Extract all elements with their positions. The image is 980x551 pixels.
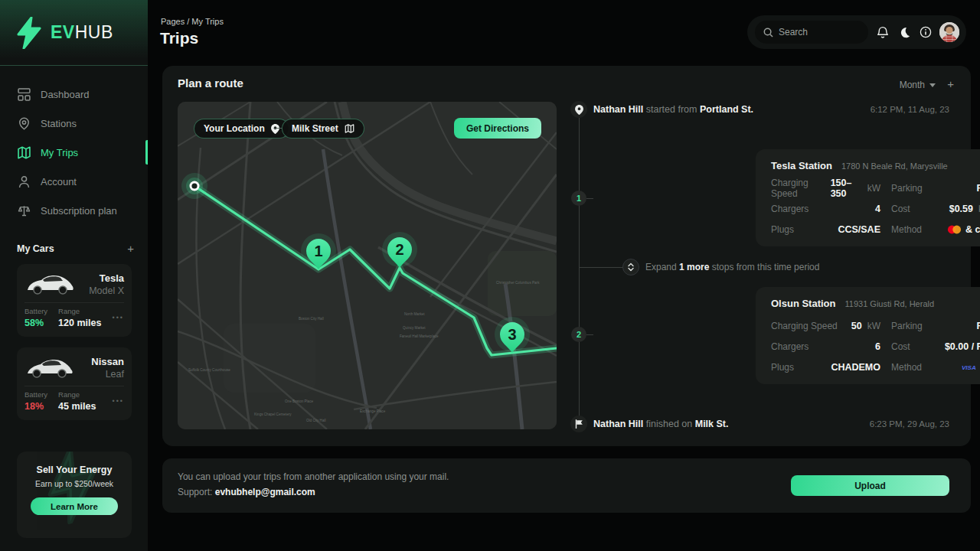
car-model: Model X (75, 285, 124, 296)
info-icon (920, 26, 932, 38)
learn-more-button[interactable]: Learn More (31, 497, 118, 515)
car-image (24, 271, 75, 297)
avatar[interactable] (939, 22, 959, 42)
cost-label: Cost (891, 204, 910, 214)
support-email[interactable]: evhubhelp@gmail.com (215, 487, 315, 497)
trip-start-time: 6:12 PM, 11 Aug, 23 (871, 105, 949, 114)
get-directions-button[interactable]: Get Directions (454, 118, 541, 139)
plugs-label: Plugs (771, 362, 794, 373)
trip-finish-time: 6:23 PM, 29 Aug, 23 (870, 419, 949, 429)
sidebar-item-label: Dashboard (41, 89, 90, 100)
trip-action: finished on (646, 419, 692, 429)
expand-connector (579, 267, 623, 268)
cost-label: Cost (891, 341, 910, 352)
method-value: & cash (947, 224, 980, 235)
charging-speed-label: Charging Speed (771, 321, 838, 331)
chargers-label: Chargers (771, 204, 808, 214)
sidebar-item-label: Account (41, 176, 77, 187)
car-menu-button[interactable]: ••• (113, 397, 124, 405)
battery-label: Battery (24, 390, 47, 399)
map-pin-icon (18, 117, 31, 130)
expand-stops-button[interactable] (622, 259, 639, 276)
plugs-value: CHADEMO (831, 362, 880, 373)
map-icon (18, 146, 31, 159)
period-dropdown[interactable]: Month (900, 80, 936, 90)
car-menu-button[interactable]: ••• (113, 314, 124, 321)
charging-speed-value: 150–350kW (831, 178, 880, 199)
moon-icon (899, 27, 910, 38)
origin-label: Your Location (204, 123, 265, 134)
pill-connector (274, 128, 282, 129)
map-label: Exchange Place (360, 409, 386, 413)
upload-button[interactable]: Upload (791, 475, 949, 496)
notifications-button[interactable] (872, 21, 893, 43)
route-map[interactable]: Boston City Hall North Market Quincy Mar… (178, 102, 557, 429)
expand-stops-label[interactable]: Expand 1 more stops from this time perio… (645, 262, 819, 272)
method-label: Method (891, 362, 922, 373)
map-icon (345, 124, 354, 133)
badge-connector (586, 334, 593, 335)
trip-start-text: Nathan Hill started from Portland St. (593, 104, 753, 115)
visa-icon: VISA (962, 364, 978, 371)
parking-value: Free (977, 321, 980, 331)
trip-person: Nathan Hill (593, 419, 643, 429)
method-value: VISA (962, 363, 980, 372)
map-label: Old City Hall (306, 419, 326, 422)
topbar-actions (747, 15, 966, 49)
car-image (24, 354, 75, 380)
add-car-button[interactable]: + (127, 242, 134, 255)
dark-mode-toggle[interactable] (893, 21, 915, 43)
sidebar-item-dashboard[interactable]: Dashboard (0, 80, 148, 109)
trip-action: started from (646, 104, 697, 115)
brand-name: EVHUB (51, 22, 113, 43)
range-label: Range (58, 390, 96, 399)
period-label: Month (900, 80, 925, 90)
upload-panel: You can upload your trips from another a… (162, 458, 971, 513)
sidebar-item-stations[interactable]: Stations (0, 109, 148, 138)
range-label: Range (58, 307, 101, 315)
sidebar-item-label: Subscription plan (41, 205, 117, 217)
search-input[interactable] (779, 27, 855, 37)
info-button[interactable] (915, 21, 936, 43)
sidebar-item-my-trips[interactable]: My Trips (0, 138, 148, 167)
map-label: Quincy Market (403, 326, 426, 330)
sidebar-item-label: My Trips (41, 147, 78, 158)
my-cars-title: My Cars (17, 243, 54, 254)
search-field[interactable] (755, 21, 868, 44)
charging-speed-value: 50kW (851, 321, 880, 331)
station-name: Tesla Station (771, 160, 832, 171)
trip-person: Nathan Hill (593, 104, 643, 115)
origin-input[interactable]: Your Location (194, 119, 289, 139)
svg-text:3: 3 (508, 326, 516, 343)
mastercard-icon (947, 225, 962, 234)
map-label: One Boston Place (285, 399, 313, 403)
map-label: Faneuil Hall Marketplace (400, 334, 439, 338)
cost-value: $0.00 / Free (945, 341, 980, 352)
sidebar-item-subscription-plan[interactable]: Subscription plan (0, 196, 148, 225)
station-name: Olsun Station (771, 298, 836, 309)
parking-label: Parking (891, 321, 923, 331)
bolt-icon (15, 17, 43, 49)
map-start-marker[interactable] (181, 173, 207, 199)
plan-route-panel: Plan a route Month + (162, 66, 971, 446)
add-trip-button[interactable]: + (947, 77, 954, 90)
promo-card: Sell Your Energy Earn up to $250/week Le… (17, 452, 132, 538)
destination-input[interactable]: Milk Street (282, 119, 364, 139)
sidebar: EVHUB Dashboard Stations My Trips (0, 0, 148, 551)
map-label: Christopher Columbus Park (496, 281, 540, 285)
map-pin-icon (575, 105, 583, 115)
map-label: Kings Chapel Cemetery (254, 412, 292, 416)
car-model: Leaf (75, 369, 124, 380)
car-card-tesla[interactable]: Tesla Model X Battery 58% Range 120 mile… (17, 264, 132, 337)
promo-subtitle: Earn up to $250/week (17, 479, 132, 488)
car-name: Tesla (75, 272, 124, 284)
car-card-nissan[interactable]: Nissan Leaf Battery 18% Range 45 miles •… (17, 347, 132, 420)
bell-icon (877, 26, 889, 39)
breadcrumb[interactable]: Pages / My Trips (161, 17, 224, 26)
range-value: 45 miles (58, 401, 96, 412)
charging-speed-label: Charging Speed (771, 178, 831, 199)
sidebar-item-account[interactable]: Account (0, 167, 148, 196)
timeline-badge-1: 1 (571, 191, 586, 206)
trip-place: Portland St. (700, 104, 753, 115)
chargers-label: Chargers (771, 341, 808, 352)
